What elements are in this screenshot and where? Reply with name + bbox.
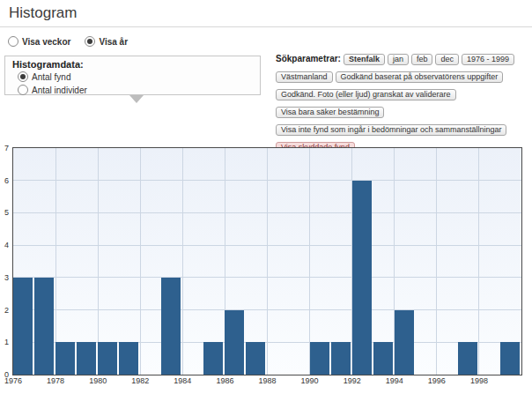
search-param-pill-godkänd-baserat-på-observatörens-uppgifter[interactable]: Godkänd baserat på observatörens uppgift…	[336, 71, 504, 83]
x-tick-label: 1994	[386, 376, 403, 385]
y-tick-label: 5	[0, 208, 9, 217]
bar-1991	[331, 342, 351, 375]
x-tick-label: 1982	[131, 376, 149, 385]
bar-1997	[458, 342, 477, 375]
x-tick-label: 1998	[470, 376, 488, 385]
view-option-visa-veckor[interactable]: Visa veckor	[8, 36, 70, 47]
search-param-pill-visa-inte-fynd-som-ingår-i-bedömningar-och-sammanställningar[interactable]: Visa inte fynd som ingår i bedömningar o…	[276, 124, 506, 136]
bar-1985	[203, 342, 223, 375]
bar-1994	[395, 310, 414, 375]
bar-1977	[34, 278, 54, 375]
y-tick-label: 4	[0, 241, 9, 249]
histdata-option-antal-fynd[interactable]: Antal fynd	[18, 71, 253, 82]
bar-1992	[352, 181, 372, 375]
x-tick-label: 1978	[47, 376, 64, 385]
grid-line-v	[309, 148, 310, 375]
x-tick-label: 1984	[174, 376, 191, 385]
radio-label: Visa veckor	[22, 37, 70, 47]
search-param-pill-feb[interactable]: feb	[411, 54, 433, 65]
y-tick-label: 7	[0, 144, 9, 152]
search-params-row: Godkänd. Foto (eller ljud) granskat av v…	[276, 85, 532, 101]
title-divider	[0, 26, 532, 27]
histogram-chart: 0123456719761978198019821984198619881990…	[0, 141, 532, 394]
bar-1986	[225, 310, 244, 375]
x-tick-label: 1976	[4, 376, 22, 385]
histogram-data-options: Antal fyndAntal individer	[12, 71, 253, 95]
x-tick-label: 1992	[344, 376, 361, 385]
y-tick-label: 2	[0, 306, 9, 315]
x-tick-label: 1996	[428, 376, 446, 385]
bar-1981	[119, 342, 138, 375]
search-params-rows: Sökparametrar:Stenfalkjanfebdec1976 - 19…	[276, 49, 532, 154]
x-tick-label: 1988	[258, 376, 276, 385]
radio-icon[interactable]	[18, 71, 28, 82]
y-tick-label: 6	[0, 176, 9, 185]
bar-1979	[77, 342, 96, 375]
radio-label: Antal individer	[32, 85, 87, 95]
search-param-pill-västmanland[interactable]: Västmanland	[276, 71, 333, 83]
y-tick-label: 1	[0, 338, 9, 346]
bar-1978	[55, 342, 75, 375]
search-param-pill-godkänd-foto-eller-ljud-granskat-av-validerare[interactable]: Godkänd. Foto (eller ljud) granskat av v…	[276, 89, 456, 100]
bar-1983	[161, 278, 181, 375]
search-param-pill-1976-1999[interactable]: 1976 - 1999	[462, 54, 514, 65]
plot-area	[12, 147, 522, 375]
histogram-data-box: Histogramdata: Antal fyndAntal individer	[4, 56, 261, 95]
x-tick-label: 1980	[89, 376, 107, 385]
grid-line-v	[55, 148, 56, 375]
page-title: Histogram	[9, 4, 77, 22]
grid-line-v	[98, 148, 99, 375]
grid-line-v	[436, 148, 437, 375]
search-params-row: Visa inte fynd som ingår i bedömningar o…	[276, 120, 532, 137]
search-params-row: Sökparametrar:Stenfalkjanfebdec1976 - 19…	[276, 49, 532, 66]
grid-line-v	[140, 148, 141, 375]
radio-icon[interactable]	[18, 85, 28, 95]
histdata-option-antal-individer[interactable]: Antal individer	[18, 85, 253, 95]
view-option-visa-år[interactable]: Visa år	[85, 36, 128, 47]
radio-label: Visa år	[99, 37, 128, 47]
search-param-pill-jan[interactable]: jan	[388, 54, 409, 65]
search-params-row: VästmanlandGodkänd baserat på observatör…	[276, 67, 532, 84]
grid-line-v	[478, 148, 479, 375]
search-params-row: Visa bara säker bestämning	[276, 102, 532, 119]
search-param-pill-stenfalk[interactable]: Stenfalk	[344, 54, 385, 65]
bar-1980	[98, 342, 117, 375]
bar-1999	[500, 342, 520, 375]
x-tick-label: 1986	[216, 376, 233, 385]
bar-1993	[373, 342, 393, 375]
grid-line-v	[182, 148, 183, 375]
bar-1987	[246, 342, 265, 375]
bar-1990	[310, 342, 329, 375]
grid-line-v	[267, 148, 268, 375]
x-tick-label: 1990	[301, 376, 319, 385]
search-param-pill-dec[interactable]: dec	[435, 54, 459, 65]
radio-label: Antal fynd	[32, 72, 70, 82]
search-params-label: Sökparametrar:	[276, 54, 341, 63]
radio-icon[interactable]	[85, 36, 95, 47]
radio-icon[interactable]	[8, 36, 18, 47]
callout-arrow-icon	[129, 95, 144, 103]
view-toggle-group: Visa veckorVisa år	[8, 36, 128, 47]
y-tick-label: 3	[0, 273, 9, 282]
search-param-pill-visa-bara-säker-bestämning[interactable]: Visa bara säker bestämning	[276, 107, 384, 118]
histogram-data-label: Histogramdata:	[12, 59, 253, 70]
bar-1976	[13, 278, 33, 375]
